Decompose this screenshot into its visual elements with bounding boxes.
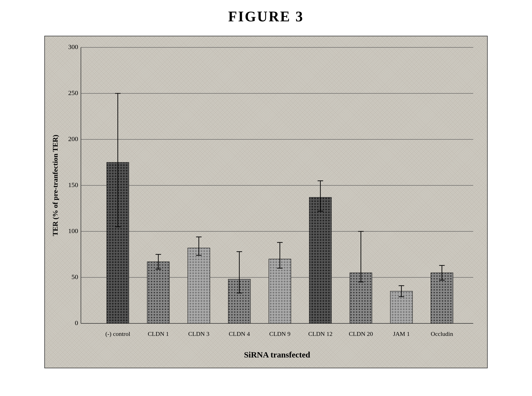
svg-text:(-) control: (-) control	[105, 330, 130, 337]
svg-text:150: 150	[68, 181, 78, 188]
svg-text:50: 50	[71, 273, 78, 280]
svg-text:250: 250	[68, 89, 78, 96]
svg-text:CLDN 1: CLDN 1	[148, 330, 169, 337]
y-axis-label: TER (% of pre-tranfection TER)	[47, 47, 64, 323]
svg-rect-34	[188, 248, 210, 323]
chart-container: TER (% of pre-tranfection TER) 0 50 100 …	[44, 36, 488, 368]
svg-rect-44	[269, 259, 291, 323]
svg-text:CLDN 12: CLDN 12	[308, 330, 332, 337]
chart-svg: 0 50 100 150 200 250 300 (-) control CLD…	[81, 47, 473, 323]
svg-text:CLDN 3: CLDN 3	[188, 330, 209, 337]
svg-text:CLDN 20: CLDN 20	[349, 330, 373, 337]
svg-text:0: 0	[75, 319, 78, 326]
chart-area: 0 50 100 150 200 250 300 (-) control CLD…	[81, 47, 473, 323]
svg-text:CLDN 4: CLDN 4	[229, 330, 250, 337]
x-axis-label: SiRNA transfected	[81, 350, 473, 359]
svg-text:JAM 1: JAM 1	[393, 330, 410, 337]
svg-text:300: 300	[68, 43, 78, 50]
svg-text:200: 200	[68, 135, 78, 142]
figure-title: FIGURE 3	[228, 8, 304, 25]
svg-rect-49	[309, 197, 331, 323]
svg-text:100: 100	[68, 227, 78, 234]
svg-text:CLDN 9: CLDN 9	[269, 330, 290, 337]
svg-rect-29	[147, 262, 169, 323]
svg-text:Occludin: Occludin	[431, 330, 453, 337]
